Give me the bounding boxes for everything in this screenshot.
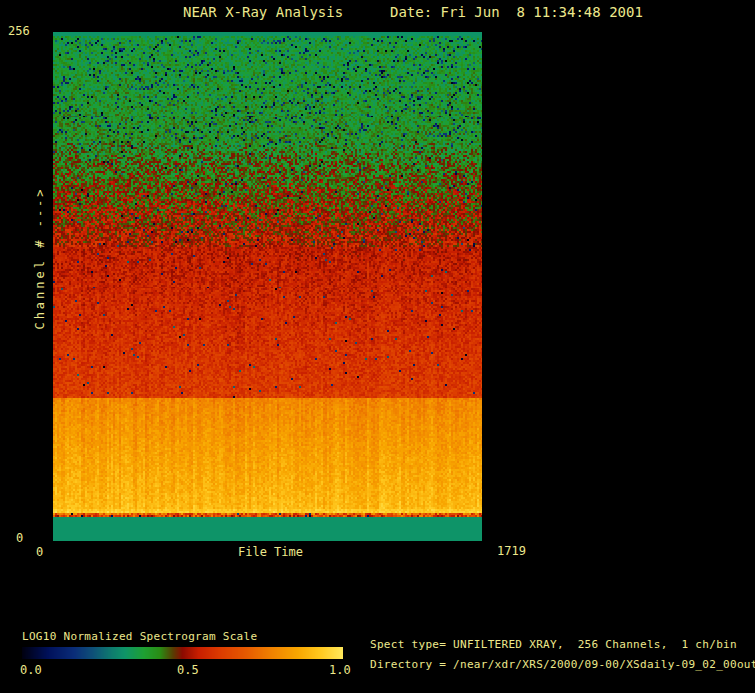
page-title: NEAR X-Ray Analysis [183,4,343,20]
spectrogram-heatmap [53,32,482,541]
y-axis-min-tick: 0 [16,531,23,545]
x-axis-min-tick: 0 [36,545,43,559]
y-axis-max-tick: 256 [8,24,30,38]
colorbar-tick-0: 0.0 [20,663,42,677]
colorbar-label: LOG10 Normalized Spectrogram Scale [22,630,257,643]
colorbar-tick-05: 0.5 [177,663,199,677]
directory-line: Directory = /near/xdr/XRS/2000/09-00/XSd… [370,658,755,671]
near-xray-analysis-window: NEAR X-Ray Analysis Date: Fri Jun 8 11:3… [0,0,755,693]
date-label: Date: Fri Jun 8 11:34:48 2001 [390,4,643,20]
x-axis-label: File Time [238,545,303,559]
colorbar-gradient [22,647,343,659]
x-axis-max-tick: 1719 [497,544,526,558]
colorbar-tick-1: 1.0 [329,663,351,677]
y-axis-label: Channel # ---> [33,186,47,329]
spect-type-line: Spect type= UNFILTERED XRAY, 256 Channel… [370,638,737,651]
